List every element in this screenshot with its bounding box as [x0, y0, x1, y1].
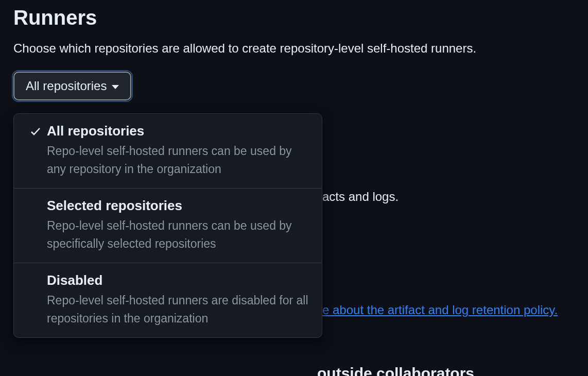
dropdown-item-desc: Repo-level self-hosted runners can be us…: [47, 142, 312, 178]
dropdown-item-title: Disabled: [47, 272, 312, 288]
dropdown-item-all-repositories[interactable]: All repositories Repo-level self-hosted …: [14, 114, 322, 188]
repository-scope-select[interactable]: All repositories: [13, 72, 131, 100]
select-label: All repositories: [26, 79, 107, 93]
background-heading-fork: outside collaborators: [317, 365, 474, 376]
section-heading: Runners: [13, 6, 575, 29]
section-description: Choose which repositories are allowed to…: [13, 40, 575, 57]
retention-policy-link[interactable]: e about the artifact and log retention p…: [322, 303, 558, 317]
caret-down-icon: [112, 85, 119, 89]
dropdown-item-desc: Repo-level self-hosted runners are disab…: [47, 292, 312, 327]
dropdown-item-title: All repositories: [47, 123, 312, 139]
check-icon: [29, 125, 42, 138]
dropdown-item-disabled[interactable]: Disabled Repo-level self-hosted runners …: [14, 263, 322, 337]
dropdown-item-title: Selected repositories: [47, 198, 312, 214]
dropdown-item-desc: Repo-level self-hosted runners can be us…: [47, 217, 312, 252]
repository-scope-dropdown: All repositories Repo-level self-hosted …: [13, 113, 322, 338]
background-text-artifacts: acts and logs.: [322, 190, 399, 204]
dropdown-item-selected-repositories[interactable]: Selected repositories Repo-level self-ho…: [14, 188, 322, 263]
